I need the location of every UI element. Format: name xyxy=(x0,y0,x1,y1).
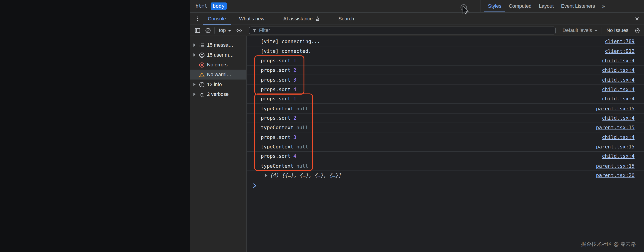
drawer-tabbar: Console What's new AI assistance Search xyxy=(190,13,644,25)
chevron-down-icon xyxy=(594,30,598,31)
console-message-row: props.sort1child.tsx:4 xyxy=(247,94,644,104)
message-text-part: 1 xyxy=(294,58,296,63)
message-content: props.sort2 xyxy=(261,115,296,121)
list-icon xyxy=(199,42,205,48)
source-link[interactable]: client:912 xyxy=(605,48,635,54)
message-text-part: typeContext xyxy=(261,144,294,149)
source-link[interactable]: child.tsx:4 xyxy=(602,134,635,140)
message-content: [vite] connected. xyxy=(261,48,311,54)
breadcrumb-item-html[interactable]: html xyxy=(194,2,209,10)
filter-box xyxy=(249,26,556,34)
warning-icon xyxy=(199,72,205,78)
message-content: props.sort2 xyxy=(261,67,296,73)
console-prompt[interactable] xyxy=(247,180,644,191)
message-text-part: props.sort xyxy=(261,67,291,73)
sidebar-item-label: 15 messa… xyxy=(207,42,234,48)
filter-input[interactable] xyxy=(259,27,553,33)
message-text-part: (4) [{…}, {…}, {…}, {…}] xyxy=(270,172,342,178)
tab-ai-assistance-label: AI assistance xyxy=(283,16,312,21)
tab-console-label: Console xyxy=(208,16,226,21)
console-message-row: props.sort2child.tsx:4 xyxy=(247,65,644,75)
tabs-overflow-icon[interactable]: » xyxy=(599,0,608,12)
tab-whats-new-label: What's new xyxy=(239,16,264,21)
console-settings-button[interactable] xyxy=(632,27,642,33)
message-text-part: null xyxy=(296,144,308,149)
toolbar-separator xyxy=(602,27,602,33)
message-text-part: props.sort xyxy=(261,77,291,83)
console-message-row: [vite] connecting...client:789 xyxy=(247,37,644,46)
elements-sidebar-tabs: Styles Computed Layout Event Listeners » xyxy=(480,0,644,12)
issues-status[interactable]: No Issues xyxy=(603,27,632,33)
console-message-row: props.sort4child.tsx:4 xyxy=(247,152,644,161)
console-message-row: typeContextnullparent.tsx:15 xyxy=(247,161,644,171)
tab-layout[interactable]: Layout xyxy=(535,0,558,12)
message-text-part: 3 xyxy=(294,134,296,140)
top-strip: html body Styles Computed Layout Event L… xyxy=(190,0,644,13)
expand-arrow-icon[interactable] xyxy=(265,174,268,177)
console-sidebar-item[interactable]: No errors xyxy=(190,60,246,70)
prompt-chevron-icon xyxy=(253,183,256,188)
devtools-panel: html body Styles Computed Layout Event L… xyxy=(190,0,644,252)
block-clear-icon xyxy=(205,27,211,33)
console-message-row: props.sort2child.tsx:4 xyxy=(247,114,644,123)
source-link[interactable]: child.tsx:4 xyxy=(602,58,635,63)
expand-arrow-icon[interactable] xyxy=(192,93,197,96)
error-icon xyxy=(199,62,205,68)
message-text-part: typeContext xyxy=(261,163,294,169)
expand-arrow-icon[interactable] xyxy=(192,83,197,86)
mouse-cursor-icon xyxy=(460,4,471,16)
source-link[interactable]: child.tsx:4 xyxy=(602,77,635,83)
levels-selector-value: Default levels xyxy=(562,27,592,33)
source-link[interactable]: child.tsx:4 xyxy=(602,115,635,121)
breadcrumb: html body xyxy=(190,0,480,12)
message-text-part: typeContext xyxy=(261,125,294,130)
tab-search[interactable]: Search xyxy=(334,13,359,24)
source-link[interactable]: parent.tsx:15 xyxy=(596,163,635,169)
source-link[interactable]: child.tsx:4 xyxy=(602,153,635,159)
source-link[interactable]: child.tsx:4 xyxy=(602,67,635,73)
message-content: props.sort4 xyxy=(261,153,296,159)
tab-computed[interactable]: Computed xyxy=(505,0,535,12)
levels-selector[interactable]: Default levels xyxy=(560,27,600,33)
tab-console[interactable]: Console xyxy=(203,13,231,24)
drawer-menu-button[interactable] xyxy=(192,13,203,24)
user-icon xyxy=(199,52,205,58)
source-link[interactable]: client:789 xyxy=(605,38,635,44)
expand-arrow-icon[interactable] xyxy=(192,53,197,56)
source-link[interactable]: parent.tsx:15 xyxy=(596,144,635,149)
message-text-part: props.sort xyxy=(261,134,291,140)
clear-console-button[interactable] xyxy=(202,27,213,33)
source-link[interactable]: parent.tsx:20 xyxy=(596,172,635,178)
close-drawer-button[interactable] xyxy=(632,13,642,24)
source-link[interactable]: child.tsx:4 xyxy=(602,86,635,92)
breadcrumb-item-body[interactable]: body xyxy=(211,2,227,10)
message-text-part: 1 xyxy=(294,96,296,102)
tab-ai-assistance[interactable]: AI assistance xyxy=(278,13,326,24)
message-content: [vite] connecting... xyxy=(261,38,320,44)
console-sidebar-item[interactable]: 15 user m… xyxy=(190,50,246,60)
source-link[interactable]: child.tsx:4 xyxy=(602,96,635,102)
tab-whats-new[interactable]: What's new xyxy=(234,13,269,24)
tab-event-listeners[interactable]: Event Listeners xyxy=(558,0,599,12)
eye-icon xyxy=(236,27,242,33)
context-selector[interactable]: top xyxy=(216,27,234,33)
message-text-part: 4 xyxy=(294,153,296,159)
console-sidebar-item[interactable]: 13 info xyxy=(190,80,246,89)
console-message-row: typeContextnullparent.tsx:15 xyxy=(247,104,644,113)
message-text-part: null xyxy=(296,106,308,111)
expand-arrow-icon[interactable] xyxy=(192,43,197,47)
console-message-row: (4) [{…}, {…}, {…}, {…}]parent.tsx:20 xyxy=(247,171,644,180)
source-link[interactable]: parent.tsx:15 xyxy=(596,106,635,111)
sidebar-item-label: 2 verbose xyxy=(207,91,229,97)
source-link[interactable]: parent.tsx:15 xyxy=(596,125,635,130)
console-sidebar: 15 messa…15 user m…No errorsNo warni…13 … xyxy=(190,36,247,252)
console-sidebar-item[interactable]: 2 verbose xyxy=(190,89,246,99)
close-icon xyxy=(634,16,640,21)
live-expression-button[interactable] xyxy=(234,27,244,33)
console-sidebar-toggle-button[interactable] xyxy=(192,27,202,33)
message-content: props.sort3 xyxy=(261,134,296,140)
console-sidebar-item[interactable]: 15 messa… xyxy=(190,40,246,50)
console-sidebar-item[interactable]: No warni… xyxy=(190,70,246,79)
tab-styles[interactable]: Styles xyxy=(484,0,505,12)
message-text-part: 2 xyxy=(294,67,296,73)
